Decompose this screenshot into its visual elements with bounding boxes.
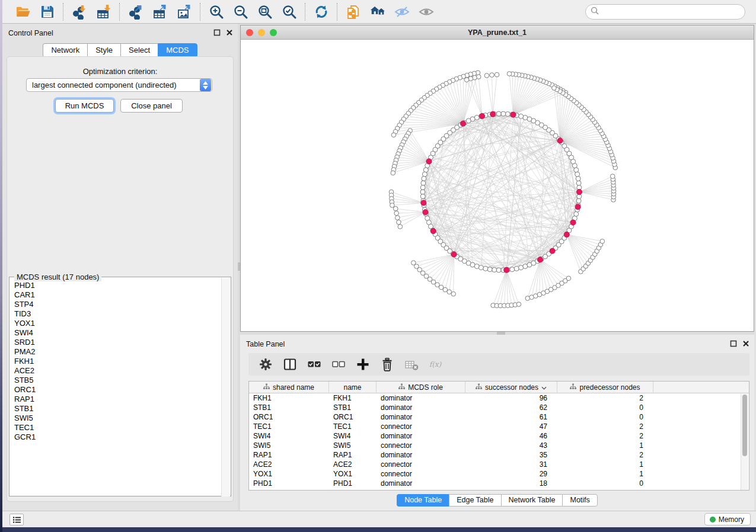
open-file-icon[interactable] [15,4,31,20]
column-layout-icon[interactable] [283,357,297,371]
column-header-predecessor-nodes[interactable]: predecessor nodes [557,382,653,393]
cell-shared-name: RAP1 [249,450,329,460]
table-row[interactable]: TEC1TEC1connector472 [249,422,749,431]
table-row[interactable]: RAP1RAP1dominator352 [249,450,749,460]
zoom-fit-icon[interactable] [257,4,273,20]
table-row[interactable]: FKH1FKH1dominator962 [249,393,749,403]
table-row[interactable]: SWI4SWI4dominator462 [249,431,749,441]
mcds-result-item[interactable]: PHD1 [11,281,222,290]
mcds-result-item[interactable]: YOX1 [11,319,222,328]
sort-desc-icon [541,383,547,392]
column-header-successor-nodes[interactable]: successor nodes [465,382,557,393]
column-header-shared-name[interactable]: shared name [249,382,329,393]
mcds-result-item[interactable]: RAP1 [11,395,222,404]
memory-button[interactable]: Memory [704,513,751,525]
table-row[interactable]: PHD1PHD1dominator180 [249,479,749,488]
show-all-icon[interactable] [418,4,434,20]
mcds-result-item[interactable]: ACE2 [11,366,222,376]
zoom-out-icon[interactable] [232,4,248,20]
float-panel-icon[interactable] [730,340,737,347]
table-row[interactable]: ORC1ORC1dominator610 [249,412,749,422]
network-canvas[interactable] [241,40,754,331]
import-network-icon[interactable] [71,4,87,20]
cell-MCDS-role: dominator [377,431,465,441]
export-image-icon[interactable] [176,4,192,20]
mcds-result-item[interactable]: PMA2 [11,347,222,357]
mcds-result-item[interactable]: STP4 [11,300,222,309]
cell-name: RAP1 [329,450,377,460]
clone-network-icon[interactable] [345,4,361,20]
table-toolbar: f(x) [248,353,749,376]
tab-network-table[interactable]: Network Table [501,494,563,507]
cell-predecessor-nodes: 2 [557,393,653,403]
table-row[interactable]: STB1STB1dominator620 [249,403,749,412]
mcds-result-item[interactable]: TID3 [11,309,222,319]
search-field[interactable] [585,4,745,20]
cell-predecessor-nodes: 1 [557,469,653,479]
cell-successor-nodes: 31 [465,460,557,469]
first-neighbors-icon[interactable] [369,4,385,20]
table-row[interactable]: ACE2ACE2connector311 [249,460,749,469]
cell-MCDS-role: dominator [377,403,465,412]
delete-column-icon[interactable] [380,357,394,371]
tab-style[interactable]: Style [87,43,120,57]
mcds-list-scrollbar[interactable] [221,278,230,496]
settings-gear-icon[interactable] [259,357,273,371]
tab-select[interactable]: Select [120,43,158,57]
mcds-result-item[interactable]: SWI5 [11,414,222,423]
network-window-titlebar[interactable]: YPA_prune.txt_1 [241,25,754,40]
tab-motifs[interactable]: Motifs [562,494,597,507]
table-panel-title: Table Panel [246,340,285,348]
mcds-result-item[interactable]: GCR1 [11,432,222,442]
close-panel-icon[interactable] [226,29,233,36]
table-scrollbar[interactable] [741,394,748,490]
import-table-icon[interactable] [95,4,111,20]
column-header-name[interactable]: name [329,382,377,393]
cell-shared-name: YOX1 [249,469,329,479]
task-history-button[interactable] [9,514,24,525]
cell-name: ACE2 [329,460,377,469]
table-body: FKH1FKH1dominator962STB1STB1dominator620… [249,393,749,488]
mcds-result-item[interactable]: SRD1 [11,338,222,347]
mcds-result-item[interactable]: STB5 [11,376,222,385]
deselect-all-icon[interactable] [331,357,346,371]
float-panel-icon[interactable] [213,29,221,36]
tab-mcds[interactable]: MCDS [158,43,197,57]
cell-predecessor-nodes: 2 [557,450,653,460]
svg-text:f(x): f(x) [429,360,442,368]
export-network-icon[interactable] [127,4,143,20]
table-row[interactable]: SWI5SWI5connector431 [249,441,749,450]
cell-predecessor-nodes: 0 [557,403,653,412]
scrollbar-thumb[interactable] [742,395,747,456]
zoom-in-icon[interactable] [208,4,224,20]
save-session-icon[interactable] [39,4,55,20]
optimization-criterion-select[interactable]: largest connected component (undirected) [26,78,212,92]
mcds-result-item[interactable]: TEC1 [11,423,222,432]
mcds-result-item[interactable]: FKH1 [11,357,222,366]
table-row[interactable]: YOX1YOX1connector291 [249,469,749,479]
tab-network[interactable]: Network [43,43,87,57]
add-column-icon[interactable] [356,357,370,371]
cell-name: ORC1 [329,412,377,422]
cytoscape-window: Control Panel NetworkStyleSelectMCDS Opt… [2,0,756,527]
tab-node-table[interactable]: Node Table [397,494,449,507]
tab-edge-table[interactable]: Edge Table [449,494,500,507]
refresh-layout-icon[interactable] [313,4,329,20]
mcds-result-item[interactable]: SWI4 [11,328,222,338]
search-input[interactable] [599,6,745,18]
close-panel-icon[interactable] [742,340,749,347]
run-mcds-button[interactable]: Run MCDS [55,99,114,113]
mcds-result-list[interactable]: PHD1CAR1STP4TID3YOX1SWI4SRD1PMA2FKH1ACE2… [11,281,222,494]
mcds-result-item[interactable]: ORC1 [11,385,222,395]
mcds-result-item[interactable]: STB1 [11,404,222,414]
cell-MCDS-role: connector [377,441,465,450]
mcds-result-item[interactable]: CAR1 [11,290,222,300]
cell-predecessor-nodes: 1 [557,460,653,469]
close-panel-button[interactable]: Close panel [120,99,183,113]
select-all-icon[interactable] [307,357,321,371]
zoom-selected-icon[interactable] [281,4,297,20]
column-header-MCDS-role[interactable]: MCDS role [377,382,465,393]
hide-selected-icon[interactable] [394,4,410,20]
cell-shared-name: SWI5 [249,441,329,450]
export-table-icon[interactable] [152,4,168,20]
